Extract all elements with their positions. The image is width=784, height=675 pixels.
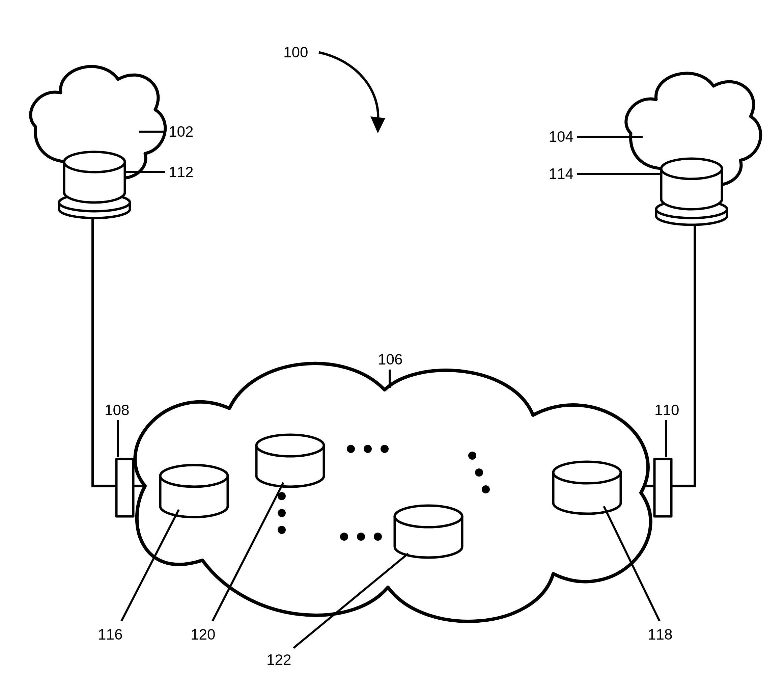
- big-cloud-cylinder-mid-a: [257, 435, 324, 487]
- svg-point-8: [357, 533, 365, 541]
- label-102: 102: [169, 123, 193, 140]
- connector-right-cloud-to-rect: [671, 209, 695, 486]
- left-rectangle: [117, 459, 133, 516]
- label-122: 122: [266, 652, 291, 668]
- label-112: 112: [169, 164, 193, 180]
- svg-point-14: [475, 468, 483, 477]
- svg-point-13: [468, 452, 476, 460]
- label-116: 116: [98, 626, 123, 642]
- figure-ref-arrow: [319, 52, 378, 123]
- big-cloud-cylinder-right: [553, 462, 621, 514]
- figure-ref-arrowhead: [370, 117, 385, 133]
- svg-point-19: [661, 159, 722, 179]
- big-cloud-cylinder-left: [160, 465, 228, 517]
- label-120: 120: [191, 626, 215, 642]
- left-cloud-cylinder: [59, 152, 130, 218]
- svg-point-2: [395, 505, 462, 527]
- label-104: 104: [549, 128, 574, 145]
- ellipsis-top: [347, 445, 389, 453]
- ellipsis-bottom: [340, 533, 382, 541]
- ellipsis-left-vertical: [278, 492, 286, 534]
- patent-figure: 100 102 112 104 114 106 108 110 116 120 …: [0, 0, 784, 675]
- right-cloud-cylinder: [656, 159, 727, 225]
- svg-point-0: [160, 465, 228, 487]
- svg-point-12: [278, 526, 286, 534]
- svg-point-7: [340, 533, 348, 541]
- svg-point-9: [374, 533, 382, 541]
- label-106: 106: [378, 351, 403, 368]
- figure-ref-label: 100: [283, 44, 308, 61]
- label-114: 114: [549, 165, 574, 182]
- svg-point-11: [278, 509, 286, 517]
- label-108: 108: [104, 402, 129, 418]
- svg-point-3: [553, 462, 621, 483]
- svg-point-17: [64, 152, 125, 172]
- svg-point-4: [347, 445, 355, 453]
- right-rectangle: [655, 459, 671, 516]
- big-cloud-cylinder-mid-b: [395, 505, 462, 558]
- svg-point-1: [257, 435, 324, 456]
- svg-point-6: [381, 445, 389, 453]
- label-118: 118: [648, 626, 672, 642]
- label-110: 110: [655, 402, 679, 418]
- svg-point-15: [482, 485, 490, 493]
- connector-left-cloud-to-rect: [93, 209, 117, 486]
- svg-point-5: [364, 445, 372, 453]
